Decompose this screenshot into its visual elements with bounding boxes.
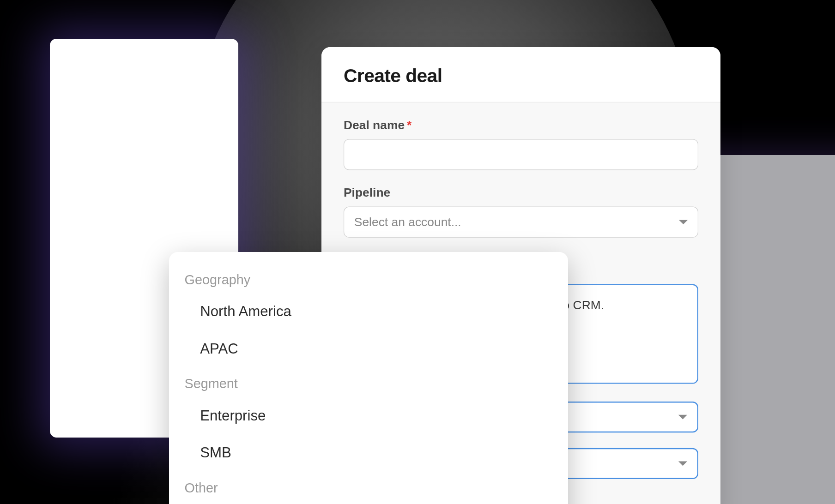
chevron-down-icon <box>678 462 687 466</box>
modal-title: Create deal <box>344 65 698 86</box>
dropdown-item-new-business[interactable]: New Business <box>169 501 568 504</box>
pipeline-select[interactable]: Select an account... <box>344 207 698 238</box>
pipeline-group: Pipeline Select an account... <box>344 186 698 238</box>
chevron-down-icon <box>679 220 688 224</box>
dropdown-item-north-america[interactable]: North America <box>169 293 568 330</box>
dropdown-group-geography: Geography <box>169 263 568 293</box>
dropdown-item-enterprise[interactable]: Enterprise <box>169 397 568 434</box>
dropdown-group-segment: Segment <box>169 367 568 397</box>
deal-name-label: Deal name* <box>344 118 698 132</box>
deal-name-input[interactable] <box>344 139 698 170</box>
pipeline-label: Pipeline <box>344 186 698 200</box>
modal-header: Create deal <box>321 47 720 102</box>
dropdown-item-apac[interactable]: APAC <box>169 330 568 367</box>
deal-name-label-text: Deal name <box>344 118 405 132</box>
chevron-down-icon <box>678 415 687 420</box>
required-asterisk: * <box>407 118 411 132</box>
pipeline-dropdown-panel: Geography North America APAC Segment Ent… <box>169 252 568 504</box>
dropdown-item-smb[interactable]: SMB <box>169 434 568 471</box>
deal-name-group: Deal name* <box>344 118 698 170</box>
pipeline-placeholder: Select an account... <box>354 215 461 229</box>
dropdown-group-other: Other <box>169 471 568 501</box>
